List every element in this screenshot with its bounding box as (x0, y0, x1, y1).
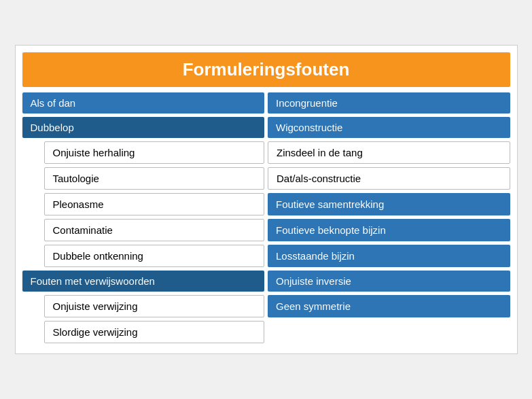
list-item: Slordige verwijzing (44, 321, 265, 343)
list-item: Incongruentie (268, 92, 510, 114)
list-item: Dat/als-constructie (268, 167, 510, 190)
table-row: Slordige verwijzing (22, 321, 510, 343)
list-item: Dubbele ontkenning (44, 245, 265, 267)
main-container: Formuleringsfouten Als of danIncongruent… (15, 45, 518, 354)
list-item: Geen symmetrie (268, 295, 510, 317)
list-item: Dubbelop (22, 117, 265, 138)
list-item: Losstaande bijzin (268, 245, 510, 267)
table-row: Fouten met verwijswoordenOnjuiste invers… (22, 271, 510, 292)
list-item: Onjuiste inversie (268, 271, 510, 292)
page-title: Formuleringsfouten (22, 52, 510, 87)
list-item (268, 321, 510, 343)
list-item: Zinsdeel in de tang (268, 141, 510, 164)
list-item: Onjuiste herhaling (44, 141, 265, 164)
table-row: Als of danIncongruentie (22, 92, 510, 114)
list-item: Foutieve samentrekking (268, 193, 510, 215)
table-row: Dubbele ontkenningLosstaande bijzin (22, 245, 510, 267)
content-grid: Als of danIncongruentieDubbelopWigconstr… (22, 92, 510, 343)
list-item: Foutieve beknopte bijzin (268, 219, 510, 241)
list-item: Wigconstructie (268, 117, 510, 138)
list-item: Contaminatie (44, 219, 265, 241)
table-row: PleonasmeFoutieve samentrekking (22, 193, 510, 215)
list-item: Fouten met verwijswoorden (22, 271, 265, 292)
list-item: Pleonasme (44, 193, 265, 215)
table-row: ContaminatieFoutieve beknopte bijzin (22, 219, 510, 241)
table-row: TautologieDat/als-constructie (22, 167, 510, 190)
list-item: Tautologie (44, 167, 265, 190)
table-row: Onjuiste herhalingZinsdeel in de tang (22, 141, 510, 164)
table-row: Onjuiste verwijzingGeen symmetrie (22, 295, 510, 317)
list-item: Als of dan (22, 92, 265, 114)
list-item: Onjuiste verwijzing (44, 295, 265, 317)
table-row: DubbelopWigconstructie (22, 117, 510, 138)
